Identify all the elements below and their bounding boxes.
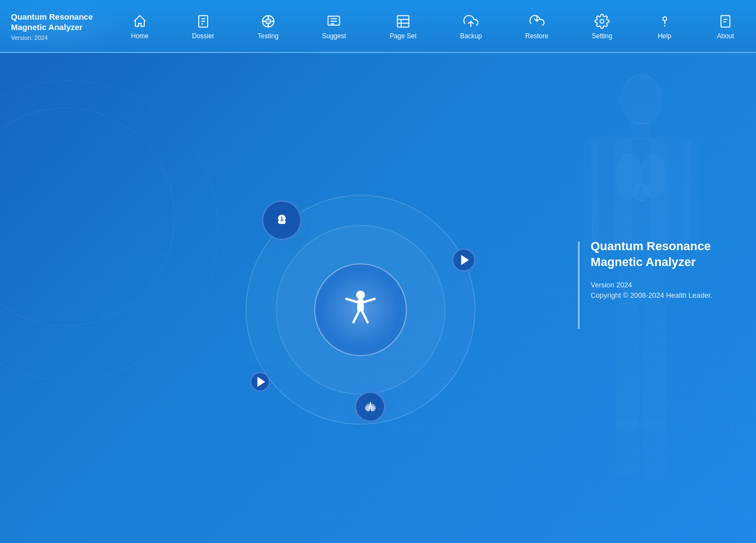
nav-item-testing[interactable]: Testing — [252, 0, 284, 52]
svg-rect-41 — [357, 299, 364, 311]
nav-item-suggest[interactable]: Suggest — [316, 0, 351, 52]
center-figure — [314, 263, 407, 356]
nav-label-testing: Testing — [258, 32, 279, 40]
svg-point-20 — [600, 19, 604, 23]
nav-label-dossier: Dossier — [192, 32, 214, 40]
home-icon — [131, 13, 149, 30]
suggest-icon — [325, 13, 342, 30]
main-content: Quantum Resonance Magnetic Analyzer Vers… — [0, 53, 756, 543]
nav-item-about[interactable]: About — [711, 0, 740, 52]
info-panel-text: Quantum Resonance Magnetic Analyzer Vers… — [590, 239, 712, 299]
help-icon — [656, 13, 674, 30]
backup-icon — [462, 13, 480, 30]
svg-point-21 — [663, 16, 666, 20]
svg-point-40 — [356, 291, 365, 299]
satellite-brain[interactable] — [262, 200, 302, 240]
nav-item-help[interactable]: Help — [651, 0, 679, 52]
nav-label-pageset: Page Set — [389, 32, 416, 40]
restore-icon — [528, 13, 546, 30]
svg-marker-46 — [461, 255, 469, 265]
nav-item-pageset[interactable]: Page Set — [384, 0, 422, 52]
nav-label-home: Home — [131, 32, 149, 40]
bg-arc-2 — [0, 80, 218, 381]
info-title: Quantum Resonance Magnetic Analyzer — [590, 239, 712, 270]
nav-item-dossier[interactable]: Dossier — [186, 0, 220, 52]
svg-rect-34 — [584, 140, 598, 250]
nav-label-setting: Setting — [592, 32, 612, 40]
header: Quantum ResonanceMagnetic Analyzer Versi… — [0, 0, 756, 53]
main-nav: Home Dossier Testing — [109, 0, 756, 52]
nav-item-restore[interactable]: Restore — [520, 0, 554, 52]
svg-rect-14 — [397, 15, 409, 27]
info-copyright: Copyright © 2008-2024 Health Leader. — [590, 291, 712, 299]
about-icon — [717, 13, 734, 30]
info-version: Version 2024 — [590, 281, 712, 289]
satellite-lungs[interactable] — [355, 392, 385, 422]
svg-point-23 — [664, 25, 665, 26]
svg-point-27 — [621, 75, 662, 124]
human-figure-icon — [339, 287, 382, 333]
app-title: Quantum ResonanceMagnetic Analyzer — [11, 11, 98, 33]
nav-label-backup: Backup — [460, 32, 482, 40]
svg-rect-38 — [617, 422, 639, 476]
dossier-icon — [194, 13, 212, 30]
testing-icon — [259, 13, 277, 30]
app-version: Version: 2024 — [11, 34, 98, 41]
svg-point-5 — [265, 19, 270, 23]
nav-label-about: About — [717, 32, 734, 40]
setting-icon — [593, 13, 611, 30]
nav-label-restore: Restore — [525, 32, 548, 40]
pageset-icon — [394, 13, 412, 30]
logo: Quantum ResonanceMagnetic Analyzer Versi… — [0, 11, 109, 41]
svg-rect-39 — [644, 422, 666, 476]
svg-rect-28 — [632, 123, 651, 139]
svg-rect-35 — [685, 140, 699, 250]
info-panel-divider — [578, 241, 580, 329]
svg-point-32 — [634, 184, 649, 201]
nav-item-setting[interactable]: Setting — [587, 0, 618, 52]
svg-line-44 — [353, 311, 359, 322]
svg-line-42 — [346, 299, 357, 302]
orbital-diagram — [235, 168, 486, 452]
satellite-arrow[interactable] — [452, 249, 475, 272]
svg-line-43 — [364, 299, 375, 302]
nav-label-suggest: Suggest — [322, 32, 346, 40]
svg-marker-47 — [257, 377, 265, 387]
nav-item-backup[interactable]: Backup — [454, 0, 487, 52]
svg-point-49 — [370, 405, 375, 411]
svg-rect-50 — [370, 402, 371, 407]
info-panel: Quantum Resonance Magnetic Analyzer Vers… — [578, 239, 712, 329]
svg-rect-24 — [721, 15, 730, 27]
satellite-small[interactable] — [250, 372, 270, 392]
svg-point-48 — [366, 405, 370, 411]
nav-item-home[interactable]: Home — [126, 0, 154, 52]
nav-label-help: Help — [658, 32, 671, 40]
svg-line-45 — [362, 311, 368, 322]
